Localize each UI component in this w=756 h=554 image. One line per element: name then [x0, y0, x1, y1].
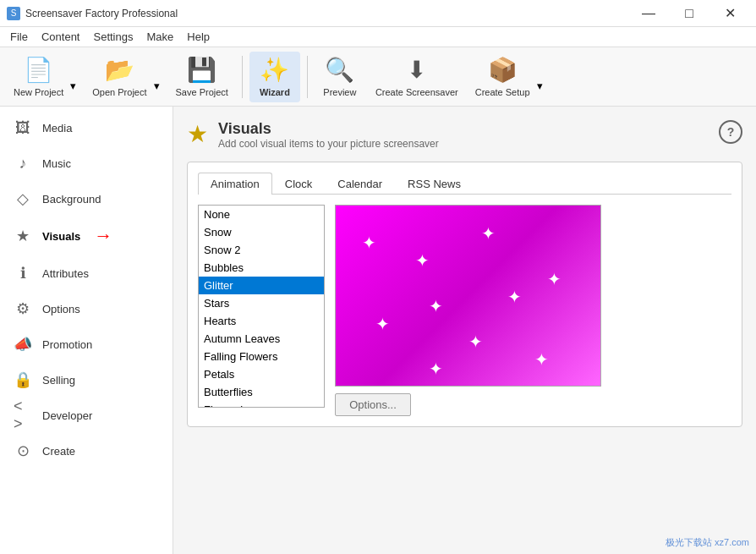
animation-item-snow-2[interactable]: Snow 2: [199, 241, 324, 259]
new-project-button[interactable]: 📄 New Project: [7, 52, 70, 102]
main-content: 🖼Media♪Music◇Background★Visuals→ℹAttribu…: [0, 107, 756, 554]
visuals-title-block: Visuals Add cool visual items to your pi…: [218, 120, 439, 150]
menu-item-content[interactable]: Content: [35, 29, 87, 45]
visuals-icon: ★: [14, 227, 32, 245]
glitter-star-3: ✦: [547, 269, 562, 289]
tab-rss-news[interactable]: RSS News: [395, 173, 474, 195]
animation-list: NoneSnowSnow 2BubblesGlitterStarsHeartsA…: [199, 206, 324, 408]
sidebar-item-selling[interactable]: 🔒Selling: [0, 362, 173, 398]
animation-item-falling-flowers[interactable]: Falling Flowers: [199, 348, 324, 365]
visuals-title: Visuals: [218, 120, 439, 138]
help-button[interactable]: ?: [719, 120, 742, 144]
menu-item-settings[interactable]: Settings: [87, 29, 140, 45]
sidebar-label-music: Music: [42, 157, 71, 170]
animation-item-none[interactable]: None: [199, 206, 324, 223]
sidebar-label-visuals: Visuals: [42, 230, 80, 243]
open-project-button[interactable]: 📂 Open Project: [85, 52, 153, 102]
watermark: 极光下载站 xz7.com: [666, 536, 749, 549]
create-icon: ⊙: [14, 442, 32, 460]
create-screensaver-button[interactable]: ⬇ Create Screensaver: [369, 52, 465, 102]
open-project-group: 📂 Open Project ▾: [85, 52, 165, 102]
menu-item-file[interactable]: File: [3, 29, 35, 45]
glitter-star-4: ✦: [375, 314, 390, 334]
create-screensaver-icon: ⬇: [407, 56, 426, 84]
sidebar-item-background[interactable]: ◇Background: [0, 181, 173, 217]
sidebar-item-music[interactable]: ♪Music: [0, 145, 173, 181]
media-icon: 🖼: [14, 118, 32, 137]
new-project-dropdown[interactable]: ▾: [70, 52, 82, 102]
menu-bar: FileContentSettingsMakeHelp: [0, 27, 756, 47]
glitter-star-1: ✦: [362, 233, 376, 253]
open-project-dropdown[interactable]: ▾: [154, 52, 166, 102]
save-project-button[interactable]: 💾 Save Project: [169, 52, 235, 102]
sidebar-label-developer: Developer: [42, 409, 92, 422]
sidebar-item-create[interactable]: ⊙Create: [0, 433, 173, 469]
sidebar-item-promotion[interactable]: 📣Promotion: [0, 326, 173, 362]
sidebar-item-visuals[interactable]: ★Visuals→: [0, 217, 173, 255]
developer-icon: < >: [14, 406, 32, 425]
visuals-header: ★ Visuals Add cool visual items to your …: [187, 120, 742, 150]
animation-item-petals[interactable]: Petals: [199, 365, 324, 383]
close-button[interactable]: ✕: [710, 0, 749, 27]
promotion-icon: 📣: [14, 335, 32, 354]
wizard-button[interactable]: ✨ Wizard: [249, 52, 300, 102]
animation-item-autumn-leaves[interactable]: Autumn Leaves: [199, 330, 324, 348]
animation-item-snow[interactable]: Snow: [199, 223, 324, 241]
background-icon: ◇: [14, 189, 32, 208]
preview-canvas: ✦ ✦ ✦ ✦ ✦ ✦ ✦ ✦ ✦ ✦: [335, 205, 601, 387]
selling-icon: 🔒: [14, 370, 32, 389]
sidebar-item-attributes[interactable]: ℹAttributes: [0, 255, 173, 291]
sidebar-label-media: Media: [42, 122, 72, 134]
save-project-label: Save Project: [176, 87, 228, 97]
preview-button[interactable]: 🔍 Preview: [315, 52, 365, 102]
sidebar-item-options[interactable]: ⚙Options: [0, 291, 173, 326]
visuals-arrow-indicator: →: [94, 225, 112, 247]
tab-clock[interactable]: Clock: [272, 173, 326, 195]
create-setup-button[interactable]: 📦 Create Setup: [468, 52, 537, 102]
create-setup-dropdown[interactable]: ▾: [537, 52, 549, 102]
new-project-icon: 📄: [24, 56, 53, 84]
sidebar-item-media[interactable]: 🖼Media: [0, 110, 173, 145]
animation-item-fireworks[interactable]: Fireworks: [199, 401, 324, 408]
minimize-button[interactable]: —: [629, 0, 668, 27]
animation-item-bubbles[interactable]: Bubbles: [199, 259, 324, 277]
tab-animation[interactable]: Animation: [198, 173, 272, 195]
new-project-label: New Project: [14, 87, 63, 97]
menu-item-help[interactable]: Help: [180, 29, 216, 45]
preview-icon: 🔍: [325, 56, 354, 84]
app-icon: S: [7, 7, 20, 20]
sidebar: 🖼Media♪Music◇Background★Visuals→ℹAttribu…: [0, 107, 173, 554]
title-bar: S Screensaver Factory Professional — □ ✕: [0, 0, 756, 27]
open-project-icon: 📂: [105, 56, 134, 84]
music-icon: ♪: [14, 154, 32, 173]
animation-item-stars[interactable]: Stars: [199, 294, 324, 312]
new-project-group: 📄 New Project ▾: [7, 52, 82, 102]
tabs-bar: Animation Clock Calendar RSS News: [198, 173, 731, 195]
animation-list-container[interactable]: NoneSnowSnow 2BubblesGlitterStarsHeartsA…: [198, 205, 325, 408]
sidebar-item-developer[interactable]: < >Developer: [0, 398, 173, 433]
tab-calendar[interactable]: Calendar: [325, 173, 395, 195]
menu-item-make[interactable]: Make: [140, 29, 180, 45]
glitter-star-7: ✦: [534, 349, 549, 370]
attributes-icon: ℹ: [14, 264, 32, 282]
wizard-label: Wizard: [260, 87, 290, 97]
visuals-star-icon: ★: [187, 120, 208, 148]
sidebar-label-background: Background: [42, 193, 101, 206]
options-button[interactable]: Options...: [335, 393, 411, 416]
create-screensaver-label: Create Screensaver: [375, 87, 458, 97]
glitter-star-9: ✦: [507, 287, 522, 307]
options-icon: ⚙: [14, 299, 32, 318]
animation-item-hearts[interactable]: Hearts: [199, 312, 324, 330]
sidebar-label-options: Options: [42, 303, 80, 315]
create-setup-label: Create Setup: [475, 87, 530, 97]
animation-item-butterflies[interactable]: Butterflies: [199, 383, 324, 401]
sidebar-label-selling: Selling: [42, 374, 75, 387]
tabs-container: Animation Clock Calendar RSS News NoneSn…: [187, 162, 742, 427]
glitter-star-6: ✦: [429, 296, 443, 316]
create-setup-icon: 📦: [488, 56, 518, 84]
window-controls: — □ ✕: [629, 0, 749, 27]
create-setup-group: 📦 Create Setup ▾: [468, 52, 549, 102]
window-title: Screensaver Factory Professional: [25, 8, 629, 19]
maximize-button[interactable]: □: [670, 0, 709, 27]
animation-item-glitter[interactable]: Glitter: [199, 277, 324, 294]
